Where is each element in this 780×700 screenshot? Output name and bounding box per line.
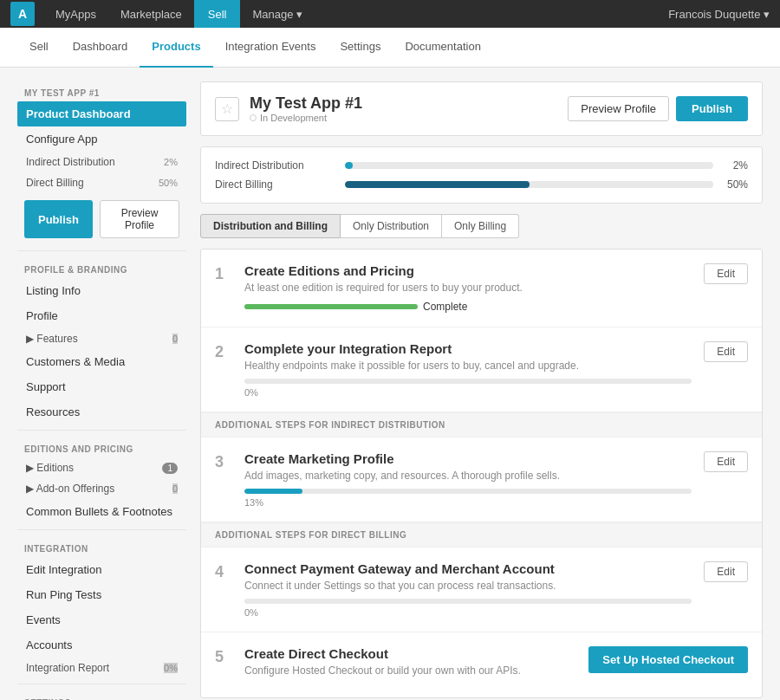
billing-section-divider: Additional Steps for Direct Billing xyxy=(201,522,762,548)
sidebar-product-dashboard[interactable]: Product Dashboard xyxy=(17,101,186,126)
subnav-settings[interactable]: Settings xyxy=(328,28,393,68)
step-2-pct: 0% xyxy=(244,387,692,398)
step-4-content: Connect Payment Gateway and Merchant Acc… xyxy=(244,561,692,618)
tab-only-billing[interactable]: Only Billing xyxy=(442,214,519,238)
step-3-bar-fill xyxy=(244,489,302,494)
sidebar-integration-report[interactable]: Integration Report 0% xyxy=(17,658,186,678)
indirect-pct: 2% xyxy=(722,159,748,172)
step-4-pct: 0% xyxy=(244,607,692,618)
indirect-bar-fill xyxy=(345,162,353,169)
step-3-desc: Add images, marketing copy, and resource… xyxy=(244,470,692,482)
top-nav: A MyApps Marketplace Sell Manage ▾ Franc… xyxy=(0,0,780,28)
sidebar-support[interactable]: Support xyxy=(17,374,186,399)
sidebar-run-ping-tests[interactable]: Run Ping Tests xyxy=(17,582,186,607)
sidebar-addon-offerings[interactable]: ▶ Add-on Offerings 0 xyxy=(17,478,186,499)
status-dot xyxy=(250,114,257,121)
step-1-content: Create Editions and Pricing At least one… xyxy=(244,263,692,313)
step-2-bar-wrap xyxy=(244,379,692,384)
app-status: In Development xyxy=(250,113,362,123)
sidebar-resources[interactable]: Resources xyxy=(17,399,186,425)
step-5: 5 Create Direct Checkout Configure Hoste… xyxy=(201,632,762,697)
step-2-edit-button[interactable]: Edit xyxy=(704,341,748,362)
tab-distribution-billing[interactable]: Distribution and Billing xyxy=(200,214,341,238)
sidebar-editions[interactable]: ▶ Editions 1 xyxy=(17,457,186,478)
star-icon[interactable]: ☆ xyxy=(215,97,239,121)
step-1-bar xyxy=(244,304,418,309)
sidebar-editions-section: Editions and Pricing xyxy=(17,436,186,457)
step-1-edit-button[interactable]: Edit xyxy=(704,263,748,284)
indirect-label: Indirect Distribution xyxy=(215,159,336,172)
indirect-bar-wrap xyxy=(345,162,713,169)
distribution-tabs: Distribution and Billing Only Distributi… xyxy=(200,214,763,238)
step-4: 4 Connect Payment Gateway and Merchant A… xyxy=(201,548,762,632)
nav-manage[interactable]: Manage ▾ xyxy=(240,0,315,28)
step-4-bar-wrap xyxy=(244,599,692,604)
direct-pct: 50% xyxy=(722,178,748,191)
nav-sell[interactable]: Sell xyxy=(194,0,241,28)
sidebar-app-title: MY TEST APP #1 xyxy=(17,81,186,101)
publish-button[interactable]: Publish xyxy=(676,96,748,121)
sidebar-direct-billing: Direct Billing 50% xyxy=(17,172,186,193)
sidebar-divider-4 xyxy=(17,684,186,684)
step-5-content: Create Direct Checkout Configure Hosted … xyxy=(244,646,576,684)
sidebar-accounts[interactable]: Accounts xyxy=(17,632,186,658)
step-5-action: Set Up Hosted Checkout xyxy=(588,646,748,673)
step-2-desc: Healthy endpoints make it possible for u… xyxy=(244,360,692,372)
sidebar-indirect-dist: Indirect Distribution 2% xyxy=(17,152,186,172)
subnav-integration-events[interactable]: Integration Events xyxy=(213,28,328,68)
direct-label: Direct Billing xyxy=(215,178,336,191)
sidebar-listing-info[interactable]: Listing Info xyxy=(17,278,186,303)
sidebar-actions: Publish Preview Profile xyxy=(17,193,186,245)
step-3: 3 Create Marketing Profile Add images, m… xyxy=(201,438,762,522)
sidebar: MY TEST APP #1 Product Dashboard Configu… xyxy=(17,81,186,700)
progress-section: Indirect Distribution 2% Direct Billing … xyxy=(200,146,763,204)
direct-progress-row: Direct Billing 50% xyxy=(215,175,748,194)
app-info: My Test App #1 In Development xyxy=(250,94,362,123)
sidebar-profile[interactable]: Profile xyxy=(17,303,186,328)
steps-container: 1 Create Editions and Pricing At least o… xyxy=(200,249,763,698)
sidebar-features[interactable]: ▶ Features 0 xyxy=(17,328,186,349)
user-menu[interactable]: Francois Duquette ▾ xyxy=(668,8,770,21)
step-2-edit: Edit xyxy=(704,341,748,362)
subnav-products[interactable]: Products xyxy=(140,28,212,68)
step-1-edit: Edit xyxy=(704,263,748,284)
nav-marketplace[interactable]: Marketplace xyxy=(108,0,194,28)
subnav-documentation[interactable]: Documentation xyxy=(393,28,492,68)
indirect-progress-row: Indirect Distribution 2% xyxy=(215,156,748,175)
step-1-number: 1 xyxy=(215,263,232,283)
sidebar-common-bullets[interactable]: Common Bullets & Footnotes xyxy=(17,499,186,524)
nav-myapps[interactable]: MyApps xyxy=(43,0,108,28)
step-4-number: 4 xyxy=(215,561,232,581)
setup-hosted-checkout-button[interactable]: Set Up Hosted Checkout xyxy=(588,646,748,673)
step-2: 2 Complete your Integration Report Healt… xyxy=(201,327,762,412)
step-5-title: Create Direct Checkout xyxy=(244,646,576,661)
sidebar-profile-section: Profile & Branding xyxy=(17,256,186,278)
step-5-desc: Configure Hosted Checkout or build your … xyxy=(244,664,576,677)
sub-nav: Sell Dashboard Products Integration Even… xyxy=(0,28,780,68)
sidebar-publish-button[interactable]: Publish xyxy=(24,200,93,238)
step-1-label: Complete xyxy=(423,301,467,313)
sidebar-events[interactable]: Events xyxy=(17,607,186,632)
step-1-progress: Complete xyxy=(244,301,692,313)
sidebar-edit-integration[interactable]: Edit Integration xyxy=(17,557,186,582)
step-3-edit: Edit xyxy=(704,451,748,472)
tab-only-distribution[interactable]: Only Distribution xyxy=(341,214,442,238)
subnav-sell[interactable]: Sell xyxy=(17,28,61,68)
step-4-edit-button[interactable]: Edit xyxy=(704,561,748,582)
step-3-content: Create Marketing Profile Add images, mar… xyxy=(244,451,692,508)
sidebar-preview-button[interactable]: Preview Profile xyxy=(100,200,179,238)
step-3-number: 3 xyxy=(215,451,232,471)
indirect-section-divider: Additional Steps for Indirect Distributi… xyxy=(201,412,762,438)
step-5-number: 5 xyxy=(215,646,232,666)
subnav-dashboard[interactable]: Dashboard xyxy=(61,28,140,68)
step-4-title: Connect Payment Gateway and Merchant Acc… xyxy=(244,561,692,576)
sidebar-configure-app[interactable]: Configure App xyxy=(17,126,186,152)
app-header-left: ☆ My Test App #1 In Development xyxy=(215,94,362,123)
step-4-edit: Edit xyxy=(704,561,748,582)
preview-profile-button[interactable]: Preview Profile xyxy=(568,96,669,121)
step-2-content: Complete your Integration Report Healthy… xyxy=(244,341,692,398)
step-3-pct: 13% xyxy=(244,497,692,508)
sidebar-customers-media[interactable]: Customers & Media xyxy=(17,349,186,374)
step-2-number: 2 xyxy=(215,341,232,361)
step-3-edit-button[interactable]: Edit xyxy=(704,451,748,472)
